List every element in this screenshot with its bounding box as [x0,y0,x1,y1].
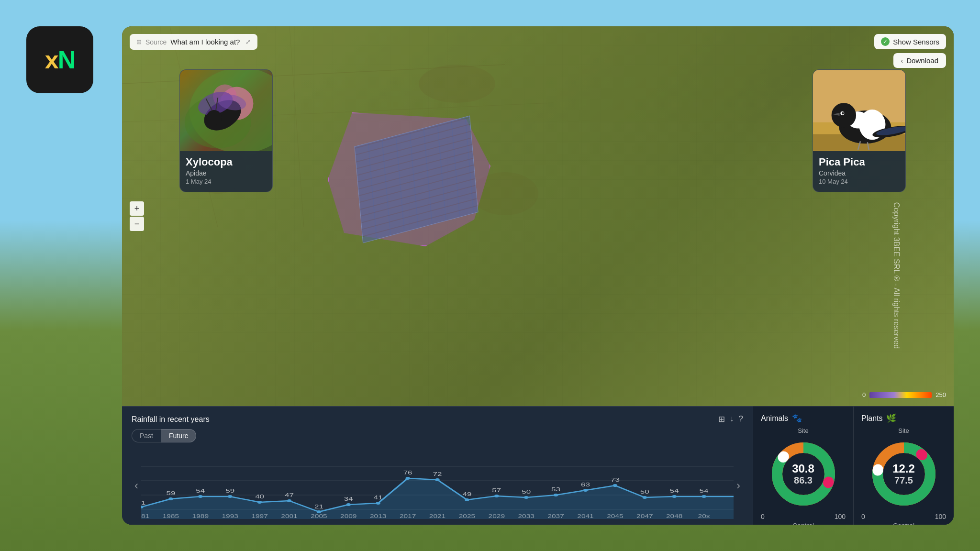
source-label: Source [145,38,167,46]
show-sensors-label: Show Sensors [893,38,939,46]
pica-pica-name: Pica Pica [819,156,900,168]
rainfall-panel: Rainfall in recent years ⊞ ↓ ? Past Futu… [122,406,753,525]
svg-point-46 [435,478,439,481]
svg-text:54: 54 [700,488,709,494]
grid-icon: ⊞ [136,38,142,45]
chart-area: ‹ [132,448,743,522]
zoom-out-button[interactable]: − [130,217,144,231]
svg-text:2009: 2009 [340,513,356,518]
pica-pica-image [813,70,905,151]
map-area: ⊞ Source What am I looking at? ⤢ ✓ Show … [122,26,954,406]
pica-pica-date: 10 May 24 [819,178,900,185]
svg-point-47 [465,498,469,501]
svg-text:40: 40 [255,494,264,499]
svg-text:2047: 2047 [636,513,653,518]
svg-text:2021: 2021 [429,513,445,518]
scale-bar [869,392,932,398]
download-chart-icon[interactable]: ↓ [730,414,734,424]
svg-text:1989: 1989 [192,513,209,518]
info-icon[interactable]: ? [739,414,743,424]
animals-donut-labels: 0 100 [761,513,846,520]
plants-main-value: 12.2 [892,463,915,475]
svg-text:47: 47 [285,492,294,498]
svg-point-55 [702,495,706,498]
svg-text:2041: 2041 [577,513,593,518]
app-icon-n: N [58,46,75,74]
check-icon: ✓ [881,37,890,46]
zoom-in-button[interactable]: + [130,201,144,216]
svg-point-24 [832,103,856,127]
app-icon: xN [26,26,93,93]
svg-text:63: 63 [581,482,590,487]
svg-point-45 [405,477,410,480]
svg-text:1997: 1997 [251,513,267,518]
download-button[interactable]: ‹ Download [893,53,946,68]
svg-point-27 [842,112,844,114]
xylocopa-image [180,70,272,151]
species-card-pica-pica[interactable]: Pica Pica Corvidea 10 May 24 [813,69,906,192]
svg-point-40 [257,501,262,504]
plants-panel: Plants 🌿 Site 12.2 [853,406,954,525]
svg-text:2001: 2001 [281,513,297,518]
tab-past[interactable]: Past [132,429,161,442]
chart-next-arrow[interactable]: › [734,479,743,492]
show-sensors-button[interactable]: ✓ Show Sensors [874,34,946,49]
svg-point-50 [554,494,558,496]
plants-site-label: Site [898,427,909,434]
svg-text:2017: 2017 [400,513,416,518]
svg-text:31: 31 [141,500,146,506]
svg-point-43 [346,503,351,506]
chevron-left-icon: ‹ [901,57,903,65]
animals-icon: 🐾 [792,413,802,423]
scale-max-label: 250 [935,391,946,398]
xylocopa-family: Apidae [186,169,267,177]
rainfall-chart: 31 59 54 59 40 47 21 34 41 76 72 49 57 5… [141,452,734,519]
plants-control-label: Control [893,522,914,525]
svg-text:2025: 2025 [459,513,475,518]
svg-point-39 [228,495,232,498]
plants-donut-center: 12.2 77.5 [892,463,915,485]
plants-icon: 🌿 [886,413,896,423]
svg-text:57: 57 [492,487,501,493]
svg-text:1993: 1993 [222,513,238,518]
svg-point-15 [206,110,222,125]
svg-point-53 [643,496,647,499]
main-panel: ⊞ Source What am I looking at? ⤢ ✓ Show … [122,26,954,525]
animals-range-min: 0 [761,513,765,520]
svg-text:59: 59 [166,490,175,496]
xylocopa-date: 1 May 24 [186,178,267,185]
animals-panel-header: Animals 🐾 [761,413,846,423]
chart-prev-arrow[interactable]: ‹ [132,479,141,492]
svg-point-52 [613,484,617,487]
rainfall-panel-icons: ⊞ ↓ ? [718,414,743,424]
svg-text:76: 76 [403,470,412,475]
plants-range-min: 0 [861,513,865,520]
pica-pica-info: Pica Pica Corvidea 10 May 24 [813,151,905,192]
species-card-xylocopa[interactable]: Xylocopa Apidae 1 May 24 [179,69,273,192]
svg-point-49 [524,496,528,499]
animals-range-max: 100 [835,513,846,520]
svg-text:72: 72 [433,471,442,477]
svg-text:2037: 2037 [547,513,564,518]
svg-text:73: 73 [611,477,620,483]
download-label: Download [906,56,938,65]
svg-text:34: 34 [344,496,353,502]
bottom-panels: Rainfall in recent years ⊞ ↓ ? Past Futu… [122,406,954,525]
source-bar[interactable]: ⊞ Source What am I looking at? ⤢ [130,34,257,50]
animals-control-label: Control [792,522,814,525]
animals-donut: 30.8 86.3 [768,438,839,510]
svg-text:2005: 2005 [311,513,327,518]
svg-point-5 [419,65,495,103]
app-icon-x: x [45,46,58,74]
table-icon[interactable]: ⊞ [718,414,725,424]
svg-text:1985: 1985 [163,513,179,518]
animals-sub-value: 86.3 [792,475,814,485]
plants-title: Plants [861,414,882,423]
svg-point-54 [672,495,677,498]
tab-future[interactable]: Future [161,429,196,442]
svg-point-51 [583,489,588,492]
plants-panel-header: Plants 🌿 [861,413,946,423]
rainfall-tabs: Past Future [132,429,743,442]
scale-min-label: 0 [862,391,866,398]
svg-text:2045: 2045 [607,513,623,518]
